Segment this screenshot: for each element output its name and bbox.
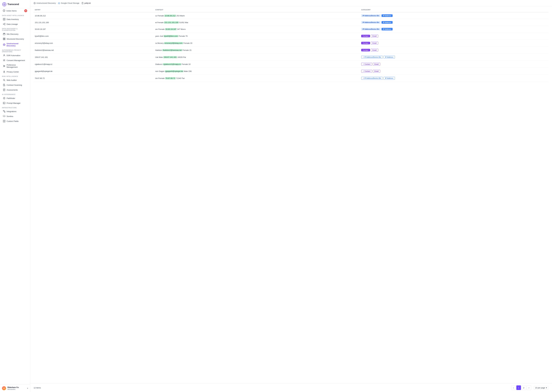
data-lineage-icon — [3, 23, 6, 25]
category-tag[interactable]: Contact — [361, 35, 370, 37]
unstructured-discovery-icon — [3, 43, 6, 46]
section-risk-intelligence: Risk Intelligence — [0, 74, 30, 78]
table-row: 158.67.141.161l.de Male 158.67.141.161 1… — [34, 54, 549, 61]
category-tag[interactable]: IP Address/Device IDs — [361, 21, 381, 24]
category-tag[interactable]: IP Address/Device IDs — [361, 28, 381, 30]
section-data-asset-intelligence: Data Asset Intelligence — [0, 13, 30, 17]
sidebar-item-privacy-center[interactable]: Privacy Center — [1, 70, 29, 74]
privacy-center-icon — [3, 70, 6, 73]
sidebar-item-contract-scanning-label: Contract Scanning — [7, 84, 22, 86]
sidebar-item-preference-management[interactable]: Preference Management — [1, 63, 29, 69]
category-tag[interactable]: Contact — [361, 49, 370, 51]
section-infrastructure: Infrastructure — [0, 105, 30, 109]
page-2-button[interactable]: 2 — [522, 385, 526, 390]
action-items-label: Action Items — [6, 10, 17, 12]
sidebar-item-data-inventory-label: Data Inventory — [7, 18, 19, 20]
data-inventory-icon — [3, 18, 6, 21]
category-tag[interactable]: IP Address — [382, 28, 392, 30]
category-tag[interactable]: IP Address — [384, 77, 395, 80]
items-count: 12 Items — [34, 387, 41, 389]
table-row: 33.83.19.197om Female 33.83.19.197 347 M… — [34, 26, 549, 33]
category-tag[interactable]: Email — [371, 42, 378, 44]
page-1-button[interactable]: 1 — [516, 385, 521, 390]
sidebar-item-consent-management[interactable]: Consent Management — [1, 58, 29, 63]
entry-cell: cgiabucci1@mapy.cz — [34, 61, 154, 68]
category-tag[interactable]: Email — [371, 35, 378, 37]
sidebar-item-integrations[interactable]: Integrations — [1, 109, 29, 114]
category-tag[interactable]: Email — [371, 49, 378, 51]
entry-cell: 79.67.85.72 — [34, 75, 154, 82]
svg-point-29 — [4, 66, 5, 66]
category-tag[interactable]: ✓IP Address/Device IDs — [361, 56, 383, 59]
sidebar-item-custom-fields[interactable]: Custom Fields — [1, 119, 29, 123]
context-cell: om Female 79.67.85.72 71343 Twi — [154, 75, 360, 82]
data-table: Entry Context Category 10.88.36.212cz Fe… — [34, 7, 549, 82]
breadcrumb-file-icon — [82, 2, 84, 4]
svg-rect-17 — [3, 38, 4, 39]
entry-cell: 10.88.36.212 — [34, 12, 154, 19]
sidebar-item-pathfinder-label: Pathfinder — [7, 97, 15, 99]
per-page-select[interactable]: 10 per page ▾ — [534, 386, 549, 390]
sidebar-item-pathfinder[interactable]: Pathfinder — [1, 96, 29, 100]
prev-page-button[interactable]: ‹ — [511, 385, 516, 390]
sidebar-item-assessments[interactable]: Assessments — [1, 88, 29, 92]
sidebar-item-contract-scanning[interactable]: Contract Scanning — [1, 83, 29, 87]
context-cell: ra Monery emonery3@ebay.com Female 33 — [154, 40, 360, 47]
sidebar-item-web-auditor[interactable]: Web Auditor — [1, 78, 29, 82]
sidebar-item-data-lineage[interactable]: Data Lineage — [1, 22, 29, 26]
sidebar-item-unstructured-discovery[interactable]: Unstructured Discovery — [1, 42, 29, 48]
breadcrumb-unstructured-discovery[interactable]: Unstructured Discovery — [34, 2, 56, 4]
next-page-button[interactable]: › — [527, 385, 531, 390]
category-tag[interactable]: Contact — [361, 42, 370, 44]
custom-fields-icon — [3, 120, 6, 122]
context-cell: et Female 151.131.101.100 51052 War — [154, 19, 360, 26]
context-cell: l.de Male 158.67.141.161 16026 Par — [154, 54, 360, 61]
category-tag[interactable]: IP Address — [382, 21, 392, 24]
svg-point-10 — [3, 24, 4, 24]
app-name: Transcend — [7, 3, 19, 6]
category-tag[interactable]: IP Address/Device IDs — [361, 14, 381, 17]
breadcrumb-gcs[interactable]: G Google Cloud Storage — [58, 2, 79, 4]
pagination-controls: ‹ 1 2 › 10 per page ▾ — [511, 385, 549, 390]
col-entry: Entry — [34, 7, 154, 12]
category-tag[interactable]: Email — [373, 70, 380, 73]
category-tag[interactable]: Email — [373, 63, 380, 66]
user-footer[interactable]: R Rideshare Co. Alessandro ▾ — [0, 384, 30, 392]
breadcrumb-globe-icon — [34, 2, 36, 4]
breadcrumb: Unstructured Discovery › G Google Cloud … — [30, 0, 552, 6]
svg-text:G: G — [59, 3, 59, 4]
breadcrumb-file: polly.txt — [82, 2, 91, 4]
sidebar-item-custom-fields-label: Custom Fields — [7, 120, 19, 122]
category-tag[interactable]: IP Address — [384, 56, 395, 59]
pathfinder-icon — [3, 97, 6, 99]
consent-management-icon — [3, 59, 6, 62]
sidebar-item-dsr-automation[interactable]: DSR Automation — [1, 53, 29, 58]
category-cell: IP Address/Device IDsIP Address — [360, 12, 549, 19]
breadcrumb-filename: polly.txt — [84, 2, 91, 4]
content-area: Entry Context Category 10.88.36.212cz Fe… — [30, 6, 552, 383]
category-cell: ContactEmail — [360, 47, 549, 54]
breadcrumb-cloud-icon: G — [58, 2, 60, 4]
svg-point-12 — [5, 25, 5, 25]
category-tag[interactable]: ✓Contact — [361, 63, 372, 66]
sidebar-item-silo-discovery[interactable]: Silo Discovery — [1, 32, 29, 36]
action-items-nav[interactable]: Action Items 49 — [1, 8, 29, 13]
category-cell: ✓IP Address/Device IDsIP Address — [360, 54, 549, 61]
svg-rect-8 — [3, 18, 5, 20]
svg-rect-48 — [3, 102, 5, 104]
context-cell: om Female 33.83.19.197 347 Morro — [154, 26, 360, 33]
sidebar-item-sombra[interactable]: Sombra — [1, 114, 29, 119]
sidebar-item-prompt-manager[interactable]: Prompt Manager — [1, 101, 29, 105]
entry-cell: kjoel0@ibm.com — [34, 33, 154, 40]
breadcrumb-sep-1: › — [57, 2, 57, 4]
web-auditor-icon — [3, 79, 6, 81]
contract-scanning-icon — [3, 84, 6, 86]
category-tag[interactable]: IP Address — [382, 14, 392, 17]
sidebar-item-web-auditor-label: Web Auditor — [7, 79, 17, 81]
sidebar-item-data-inventory[interactable]: Data Inventory — [1, 17, 29, 21]
category-tag[interactable]: ✓IP Address/Device IDs — [361, 77, 383, 80]
category-tag[interactable]: ✓Contact — [361, 70, 372, 73]
entry-cell: 158.67.141.161 — [34, 54, 154, 61]
sidebar-item-structured-discovery[interactable]: Structured Discovery — [1, 37, 29, 41]
svg-point-2 — [4, 4, 5, 5]
